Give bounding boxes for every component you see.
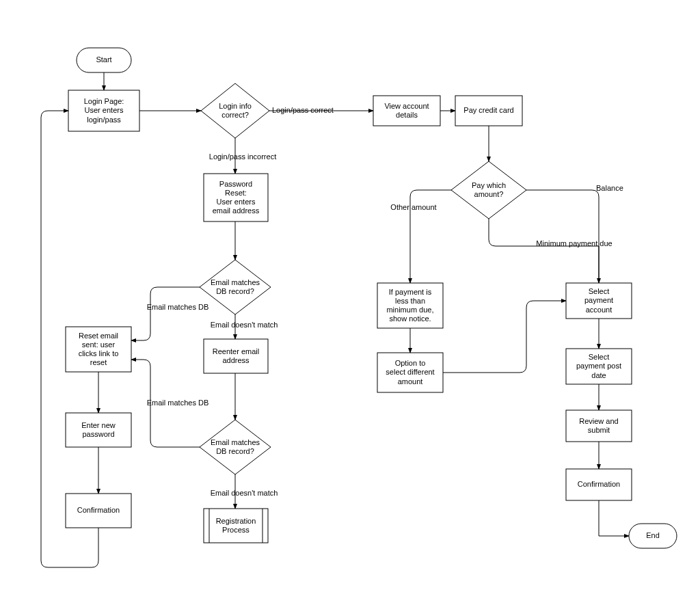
edge-balance: Balance bbox=[596, 183, 651, 194]
enter-new-password-label: Enter newpassword bbox=[66, 413, 131, 447]
connector bbox=[526, 190, 599, 283]
connector bbox=[443, 301, 566, 373]
edge-email-no-match-1: Email doesn't match bbox=[200, 320, 288, 331]
pay-credit-card-label: Pay credit card bbox=[455, 96, 522, 126]
review-submit-label: Review andsubmit bbox=[566, 410, 632, 442]
edge-other-amount: Other amount bbox=[383, 202, 444, 213]
reenter-email-label: Reenter emailaddress bbox=[204, 339, 268, 373]
login-correct-label: Login infocorrect? bbox=[208, 97, 262, 124]
registration-label: RegistrationProcess bbox=[209, 509, 262, 543]
view-account-label: View accountdetails bbox=[373, 96, 440, 126]
edge-email-matches-2: Email matches DB bbox=[137, 398, 219, 409]
edge-login-incorrect: Login/pass incorrect bbox=[198, 152, 287, 163]
select-post-date-label: Selectpayment postdate bbox=[566, 349, 632, 384]
select-payment-account-label: Selectpaymentaccount bbox=[566, 283, 632, 319]
confirmation-2-label: Confirmation bbox=[566, 469, 632, 500]
connector bbox=[599, 500, 629, 536]
pay-which-amount-label: Pay whichamount? bbox=[465, 178, 513, 202]
end-label: End bbox=[629, 524, 677, 548]
connector bbox=[489, 219, 599, 283]
reset-email-sent-label: Reset emailsent: userclicks link toreset bbox=[66, 327, 131, 372]
login-page-label: Login Page:User enterslogin/pass bbox=[68, 90, 139, 131]
payment-notice-label: If payment isless thanminimum due,show n… bbox=[377, 283, 443, 328]
email-match-1-label: Email matchesDB record? bbox=[206, 275, 264, 299]
password-reset-label: PasswordReset:User entersemail address bbox=[204, 174, 268, 221]
edge-email-no-match-2: Email doesn't match bbox=[200, 488, 288, 499]
edge-min-payment: Minimum payment due bbox=[520, 239, 629, 250]
flowchart-diagram: Start Login Page:User enterslogin/pass L… bbox=[0, 0, 700, 592]
email-match-2-label: Email matchesDB record? bbox=[206, 435, 264, 459]
confirmation-1-label: Confirmation bbox=[66, 494, 131, 528]
connector bbox=[131, 287, 200, 340]
select-different-label: Option toselect differentamount bbox=[377, 353, 443, 392]
start-label: Start bbox=[77, 48, 131, 72]
edge-login-correct: Login/pass correct bbox=[272, 104, 354, 118]
edge-email-matches-1: Email matches DB bbox=[137, 302, 219, 313]
